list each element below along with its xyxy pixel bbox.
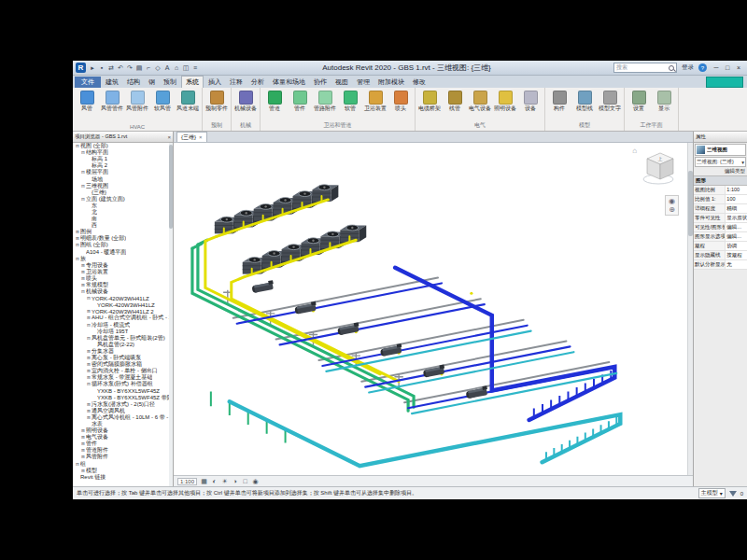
ribbon-button[interactable]: 管路附件 <box>313 89 337 121</box>
browser-scrollbar[interactable] <box>169 143 173 486</box>
ribbon-tab[interactable]: 预制 <box>160 77 180 88</box>
property-row[interactable]: 零件可见性 显示原状态 <box>694 214 747 223</box>
workset-selector[interactable]: 主模型 ▾ <box>698 488 726 498</box>
filter-icon[interactable] <box>729 491 737 497</box>
tree-item[interactable]: ⊞ 照明设备 <box>73 427 173 434</box>
tree-item[interactable]: 冷却塔 195T <box>73 329 173 335</box>
tree-item[interactable]: ⊞ AHU - 组合式空调机组 - 卧式 - 2000 - 18000 CMH <box>73 315 173 321</box>
ribbon-button[interactable]: 卫浴装置 <box>363 89 388 121</box>
tree-item[interactable]: 场地 <box>73 175 173 182</box>
property-row[interactable]: 可见性/图形替换 编辑... <box>694 223 747 232</box>
tree-item[interactable]: ⊟ 三维视图 <box>73 183 173 189</box>
tree-item[interactable]: 标高 2 <box>73 162 173 169</box>
tree-item[interactable]: ⊟ 机械设备 <box>73 288 173 295</box>
search-input[interactable]: 搜索 <box>613 63 677 73</box>
tree-item[interactable]: ⊞ 管件 <box>73 441 173 447</box>
ribbon-tab[interactable]: 体量和场地 <box>269 77 309 88</box>
ribbon-button[interactable]: 软管 <box>338 89 362 121</box>
crop-view-icon[interactable]: □ <box>241 478 249 485</box>
maximize-button[interactable]: □ <box>722 63 733 73</box>
property-row[interactable]: 比例值 1: 100 <box>694 195 747 204</box>
ribbon-button[interactable]: 机械设备 <box>233 89 258 121</box>
tree-item[interactable]: ⊟ 结构平面 <box>73 149 173 156</box>
tree-item[interactable]: ⊞ 风管附件 <box>73 454 173 460</box>
help-icon[interactable]: ? <box>698 63 707 72</box>
ribbon-button[interactable]: 照明设备 <box>493 89 517 121</box>
ribbon-tab[interactable]: 结构 <box>123 77 144 88</box>
tree-item[interactable]: YXKB - BY6XXL5WF45Z 带隔振台 <box>73 395 173 401</box>
ribbon-tab[interactable]: 修改 <box>409 77 430 88</box>
tree-item[interactable]: ⊞ 明细表/数量 (全部) <box>73 235 173 242</box>
print-icon[interactable]: ▤ <box>134 63 144 73</box>
undo-icon[interactable]: ↶ <box>116 63 125 73</box>
property-group-header[interactable]: 图形 <box>694 175 747 186</box>
close-icon[interactable]: × <box>199 134 203 140</box>
contextual-tab-chip[interactable] <box>706 77 743 88</box>
tree-item[interactable]: ⊟ 循环水泵(卧式) 补偿器组 <box>73 381 173 387</box>
default-3d-view-icon[interactable]: ⌂ <box>172 63 181 73</box>
tree-item[interactable]: ⊞ 电气设备 <box>73 434 173 441</box>
type-selector[interactable]: 三维视图 <box>695 144 746 156</box>
property-row[interactable]: 默认分析显示样式 无 <box>694 260 747 270</box>
tree-item[interactable]: ⊞ 管道附件 <box>73 447 173 454</box>
tree-item[interactable]: ⊞ 室内消火栓 - 单栓 - 侧出口 <box>73 368 173 374</box>
close-button[interactable]: × <box>733 63 744 73</box>
property-row[interactable]: 图形显示选项 编辑... <box>694 232 747 242</box>
drawing-view[interactable]: ⌂ 上 ◉⊕ <box>174 143 693 475</box>
ribbon-button[interactable]: 风道末端 <box>176 89 200 124</box>
tree-item[interactable]: YORK-420W3WH41LZ <box>73 301 173 308</box>
sync-icon[interactable]: ⇄ <box>106 63 116 73</box>
model-3d-view[interactable] <box>174 143 693 475</box>
zoom-icon[interactable]: ⊕ <box>667 205 677 214</box>
tree-item[interactable]: 东 <box>73 203 173 209</box>
ribbon-tab[interactable]: 视图 <box>331 77 352 88</box>
ribbon-tab[interactable]: 管理 <box>353 77 374 88</box>
tree-item[interactable]: ⊞ 常规模型 <box>73 282 173 288</box>
view-scale[interactable]: 1:100 <box>177 478 197 485</box>
text-icon[interactable]: A <box>162 63 172 73</box>
revit-logo[interactable]: R <box>76 63 86 73</box>
property-row[interactable]: 显示隐藏线 按规程 <box>694 251 747 260</box>
tree-item[interactable]: ⊞ 常规水泵 - 带混凝土基础 <box>73 374 173 381</box>
viewcube[interactable]: 上 <box>640 147 681 189</box>
ribbon-tab[interactable]: 插入 <box>204 77 225 88</box>
tree-item[interactable]: ⊟ 视图 (全部) <box>73 143 173 149</box>
tag-icon[interactable]: ◇ <box>153 63 162 73</box>
ribbon-button[interactable]: 风管管件 <box>100 89 124 124</box>
tree-item[interactable]: ⊞ 卫浴装置 <box>73 269 173 275</box>
tree-item[interactable]: ⊟ YORK-420W3WH41LZ <box>73 295 173 301</box>
property-row[interactable]: 视图比例 1:100 <box>694 186 747 195</box>
ribbon-button[interactable]: 显示 <box>652 89 676 121</box>
ribbon-button[interactable]: 设备 <box>518 89 543 121</box>
tree-item[interactable]: 南 <box>73 216 173 222</box>
measure-icon[interactable]: ⌐ <box>144 63 153 73</box>
tree-item[interactable]: ⊞ 污水泵(潜水式) - 2(5)口径 <box>73 401 173 408</box>
viewcube-home-icon[interactable]: ⌂ <box>632 147 637 155</box>
open-icon[interactable]: ▸ <box>88 63 97 73</box>
thin-lines-icon[interactable]: ≡ <box>190 63 200 73</box>
tree-item[interactable]: ⊟ 立面 (建筑立面) <box>73 196 173 203</box>
tree-item[interactable]: Revit 链接 <box>73 474 173 481</box>
tree-item[interactable]: ⊞ 图例 <box>73 229 173 235</box>
visual-style-icon[interactable]: ◐ <box>210 478 218 485</box>
sun-path-icon[interactable]: ☀ <box>220 478 229 485</box>
instance-selector[interactable]: 三维视图: {三维} ▾ <box>695 157 746 167</box>
minimize-button[interactable]: ─ <box>711 63 722 73</box>
tree-item[interactable]: YXKB - BY6XXL5WF45Z <box>73 387 173 394</box>
steering-wheel-icon[interactable]: ◉ <box>667 197 677 205</box>
ribbon-button[interactable]: 电缆桥架 <box>417 89 442 121</box>
tree-item[interactable]: ⊟ 楼层平面 <box>73 169 173 175</box>
tree-item[interactable]: ⊞ 密闭式隔膜膨胀水箱 <box>73 361 173 368</box>
tree-item[interactable]: A104 - 暖通平面 <box>73 249 173 256</box>
tree-item[interactable]: 西 <box>73 222 173 229</box>
ribbon-button[interactable]: 软风管 <box>150 89 175 124</box>
ribbon-tab[interactable]: 系统 <box>181 76 204 88</box>
tree-item[interactable]: 水表 <box>73 421 173 427</box>
ribbon-button[interactable]: 喷头 <box>388 89 413 121</box>
tree-item[interactable]: ⊟ 风机盘管单元 - 卧式暗装(2管) <box>73 335 173 342</box>
tree-item[interactable]: ⊞ YORK-420W3WH41LZ 2 <box>73 308 173 315</box>
detail-level-icon[interactable]: ▦ <box>200 478 208 485</box>
ribbon-button[interactable]: 管件 <box>288 89 312 121</box>
shadows-icon[interactable]: ◑ <box>231 478 239 485</box>
signin-button[interactable]: 登录 <box>679 63 697 72</box>
